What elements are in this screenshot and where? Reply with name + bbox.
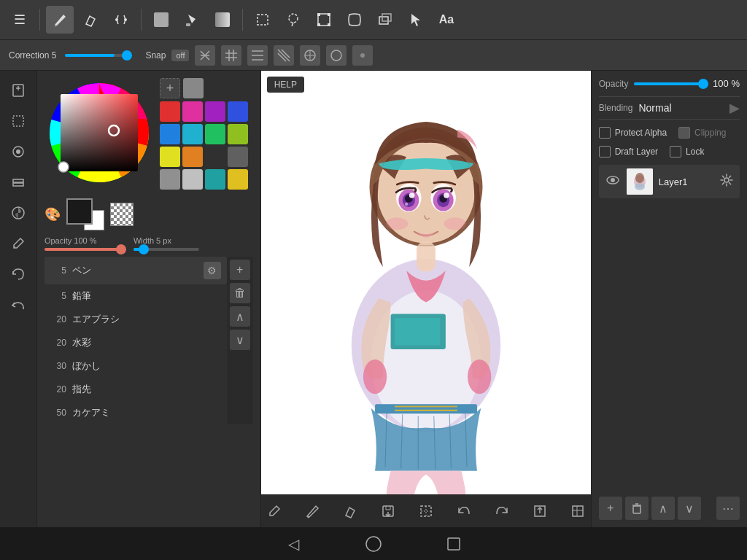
back-btn[interactable]: ◁ <box>282 533 304 555</box>
transform-tool-btn[interactable] <box>107 6 135 34</box>
swatch-7[interactable] <box>228 124 248 144</box>
swatch-11[interactable] <box>228 147 248 167</box>
foreground-color[interactable] <box>66 198 93 225</box>
brush-item-pencil[interactable]: 5 鉛筆 <box>44 284 227 308</box>
pencil-canvas-btn[interactable] <box>299 498 325 524</box>
swatch-6[interactable] <box>205 124 225 144</box>
brush-item-smudge[interactable]: 20 指先 <box>44 378 227 401</box>
move-brush-up-btn[interactable]: ∧ <box>230 306 250 327</box>
layer-row[interactable]: Layer1 <box>599 165 740 198</box>
layer-move-btn[interactable] <box>371 6 399 34</box>
correction-slider-container[interactable] <box>62 54 133 57</box>
transparent-color[interactable] <box>110 203 133 226</box>
add-layer-btn[interactable]: + <box>599 497 622 520</box>
color-swatch-gray[interactable] <box>183 78 204 98</box>
snap-off-btn[interactable]: off <box>171 50 189 61</box>
correction-thumb[interactable] <box>122 50 132 61</box>
swatch-10[interactable] <box>205 147 225 167</box>
swatch-12[interactable] <box>160 169 180 190</box>
snap-grid-btn[interactable] <box>221 45 241 66</box>
color-icon[interactable]: 🎨 <box>44 206 61 222</box>
opacity-slider[interactable] <box>44 248 125 251</box>
warp-btn[interactable] <box>341 6 368 34</box>
save-canvas-btn[interactable] <box>375 498 401 524</box>
swatch-15[interactable] <box>228 169 248 190</box>
help-btn[interactable]: HELP <box>267 77 304 93</box>
move-layer-up-btn[interactable]: ∧ <box>651 497 675 520</box>
undo-canvas-btn[interactable] <box>451 498 477 524</box>
transform2-btn[interactable] <box>310 6 338 34</box>
layer-settings-icon[interactable] <box>719 173 734 190</box>
eyedropper-side-btn[interactable] <box>4 230 32 257</box>
layers-btn[interactable] <box>4 168 32 196</box>
width-slider[interactable] <box>133 248 199 251</box>
snap-lines-btn[interactable] <box>195 45 215 66</box>
select-rect-btn[interactable] <box>249 6 276 34</box>
pen-tool-btn[interactable] <box>46 6 74 34</box>
eyedropper-canvas-btn[interactable] <box>261 498 287 524</box>
new-canvas-btn[interactable] <box>4 77 32 104</box>
color-wheel-side-btn[interactable] <box>4 199 32 227</box>
swatch-9[interactable] <box>182 147 203 167</box>
lasso-btn[interactable] <box>279 6 307 34</box>
swatch-5[interactable] <box>182 124 203 144</box>
swatch-2[interactable] <box>205 101 225 122</box>
move-brush-down-btn[interactable]: ∨ <box>230 330 250 350</box>
layer-visibility-icon[interactable] <box>605 172 621 191</box>
swatch-1[interactable] <box>182 101 203 122</box>
blending-arrow[interactable]: ▶ <box>729 100 740 116</box>
gradient-btn[interactable] <box>209 6 236 34</box>
history-btn[interactable] <box>4 260 32 288</box>
brush-item-blur[interactable]: 30 ぼかし <box>44 354 227 378</box>
protect-alpha-checkbox[interactable] <box>599 127 611 139</box>
paint-bucket-btn[interactable] <box>178 6 206 34</box>
opacity-thumb[interactable] <box>116 244 126 254</box>
opacity-panel-thumb[interactable] <box>698 79 708 89</box>
grid-canvas-btn[interactable] <box>565 498 591 524</box>
draft-layer-checkbox[interactable] <box>599 146 611 158</box>
add-color-btn[interactable]: + <box>160 78 180 98</box>
more-layer-btn[interactable]: ⋯ <box>716 497 740 520</box>
swatch-4[interactable] <box>160 124 180 144</box>
blending-value[interactable]: Normal <box>638 102 671 114</box>
delete-brush-btn[interactable]: 🗑 <box>230 283 250 303</box>
width-thumb[interactable] <box>139 244 149 254</box>
lock-checkbox[interactable] <box>670 146 681 158</box>
eraser-canvas-btn[interactable] <box>337 498 363 524</box>
move-layer-down-btn[interactable]: ∨ <box>678 497 701 520</box>
brush-btn[interactable] <box>4 138 32 166</box>
brush-item-hatch[interactable]: 50 カケアミ <box>44 401 227 424</box>
snap-diagonal-btn[interactable] <box>274 45 294 66</box>
snap-dot-btn[interactable] <box>352 45 373 66</box>
delete-layer-btn[interactable] <box>625 497 649 520</box>
eraser-tool-btn[interactable] <box>77 6 104 34</box>
fill-tool-btn[interactable] <box>147 6 175 34</box>
undo-side-btn[interactable] <box>4 291 32 319</box>
swatch-14[interactable] <box>205 169 225 190</box>
color-wheel[interactable] <box>44 78 154 187</box>
brush-item-watercolor[interactable]: 20 水彩 <box>44 331 227 354</box>
brush-item-airbrush[interactable]: 20 エアブラシ <box>44 308 227 331</box>
opacity-panel-slider[interactable] <box>634 82 707 85</box>
brush-settings-btn-0[interactable]: ⚙ <box>204 262 221 279</box>
add-brush-btn[interactable]: + <box>230 260 250 280</box>
snap-circle-btn[interactable] <box>326 45 347 66</box>
redo-canvas-btn[interactable] <box>489 498 515 524</box>
canvas-content[interactable] <box>261 71 591 494</box>
correction-slider[interactable] <box>65 54 131 57</box>
cursor-btn[interactable] <box>402 6 430 34</box>
brush-item-pen[interactable]: 5 ペン ⚙ <box>44 257 227 284</box>
home-btn[interactable] <box>363 533 384 555</box>
snap-parallel-btn[interactable] <box>247 45 268 66</box>
swatch-0[interactable] <box>160 101 180 122</box>
export-canvas-btn[interactable] <box>527 498 553 524</box>
hamburger-menu-btn[interactable]: ☰ <box>6 6 34 34</box>
clipping-checkbox[interactable] <box>678 127 690 139</box>
select-canvas-btn[interactable] <box>413 498 439 524</box>
snap-radial-btn[interactable] <box>300 45 320 66</box>
swatch-8[interactable] <box>160 147 180 167</box>
swatch-3[interactable] <box>228 101 248 122</box>
canvas-settings-btn[interactable] <box>4 107 32 135</box>
swatch-13[interactable] <box>182 169 203 190</box>
recent-btn[interactable] <box>443 533 465 555</box>
